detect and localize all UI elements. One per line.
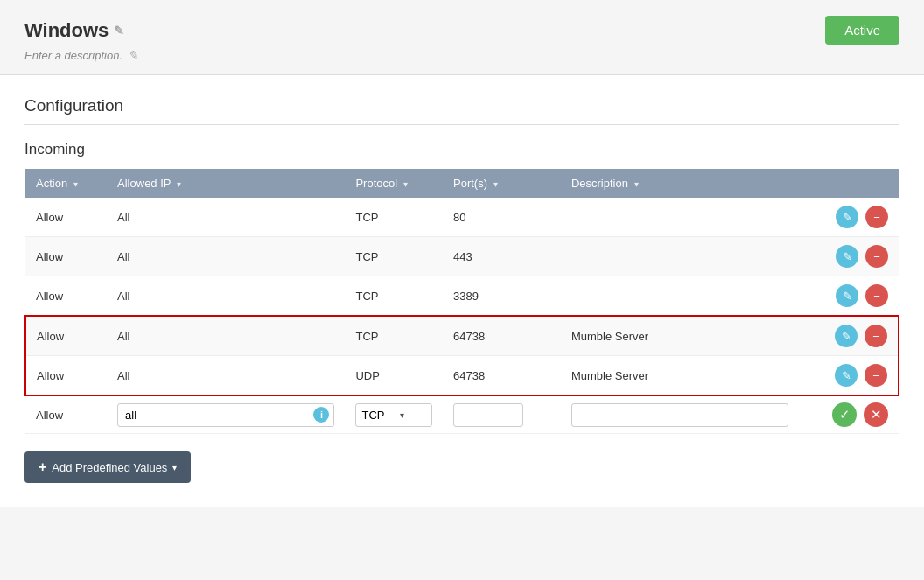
page-title: Windows ✎	[24, 19, 124, 42]
col-ports[interactable]: Port(s) ▾	[443, 169, 561, 198]
title-edit-icon[interactable]: ✎	[114, 24, 124, 38]
new-rule-row: Allow i TCPUDPICMP ▾ ✓ ✕	[25, 395, 899, 434]
cell-row-actions: ✎ −	[799, 356, 899, 396]
cell-description	[561, 198, 799, 237]
select-caret-icon: ▾	[396, 410, 409, 420]
col-actions-header	[799, 169, 899, 198]
cell-row-actions: ✎ −	[799, 316, 899, 356]
new-description-cell	[561, 395, 799, 434]
cell-allowed-ip: All	[107, 356, 345, 396]
remove-row-button[interactable]: −	[865, 284, 888, 307]
edit-row-button[interactable]: ✎	[835, 364, 858, 387]
new-row-actions: ✓ ✕	[799, 395, 899, 434]
cell-description: Mumble Server	[561, 356, 799, 396]
col-protocol[interactable]: Protocol ▾	[345, 169, 443, 198]
cell-row-actions: ✎ −	[799, 198, 899, 237]
title-text: Windows	[24, 19, 108, 42]
col-action[interactable]: Action ▾	[25, 169, 107, 198]
table-row: Allow All TCP 64738 Mumble Server ✎ −	[25, 316, 899, 356]
description-text: Enter a description.	[24, 49, 122, 62]
section-title: Configuration	[24, 96, 900, 125]
confirm-new-row-button[interactable]: ✓	[832, 402, 857, 427]
remove-row-button[interactable]: −	[865, 206, 888, 228]
table-body: Allow All TCP 80 ✎ − Allow All TCP 443 ✎…	[25, 198, 899, 434]
table-row: Allow All TCP 443 ✎ −	[25, 237, 899, 276]
cell-action: Allow	[25, 237, 107, 276]
edit-row-button[interactable]: ✎	[836, 206, 858, 228]
cell-description	[561, 276, 799, 317]
cell-row-actions: ✎ −	[799, 237, 899, 276]
cell-action: Allow	[25, 276, 107, 317]
cell-allowed-ip: All	[107, 198, 345, 237]
caret-icon: ▾	[172, 463, 177, 472]
cell-protocol: TCP	[345, 237, 443, 276]
remove-row-button[interactable]: −	[864, 364, 887, 387]
table-row: Allow All TCP 3389 ✎ −	[25, 276, 899, 317]
cell-ports: 3389	[443, 276, 561, 317]
new-protocol-cell: TCPUDPICMP ▾	[345, 395, 443, 434]
cell-protocol: TCP	[345, 316, 443, 356]
col-description[interactable]: Description ▾	[561, 169, 799, 198]
new-protocol-select[interactable]: TCPUDPICMP	[356, 404, 396, 426]
cell-protocol: UDP	[345, 356, 443, 396]
table-row: Allow All UDP 64738 Mumble Server ✎ −	[25, 356, 899, 396]
edit-row-button[interactable]: ✎	[835, 325, 858, 347]
new-ports-input[interactable]	[453, 403, 523, 427]
main-content: Configuration Incoming Action ▾ Allowed …	[0, 75, 924, 507]
new-allowed-ip-input[interactable]	[117, 403, 334, 427]
description-edit-icon[interactable]: ✎	[128, 48, 138, 62]
add-predefined-label: Add Predefined Values	[52, 461, 167, 474]
active-button[interactable]: Active	[825, 16, 900, 45]
cell-protocol: TCP	[345, 198, 443, 237]
table-header: Action ▾ Allowed IP ▾ Protocol ▾ Port(s)…	[25, 169, 899, 198]
cell-action: Allow	[25, 316, 107, 356]
edit-row-button[interactable]: ✎	[836, 245, 858, 268]
col-allowed-ip[interactable]: Allowed IP ▾	[107, 169, 345, 198]
new-description-input[interactable]	[571, 403, 788, 427]
cell-ports: 80	[443, 198, 561, 237]
table-row: Allow All TCP 80 ✎ −	[25, 198, 899, 237]
cell-action: Allow	[25, 356, 107, 396]
firewall-table: Action ▾ Allowed IP ▾ Protocol ▾ Port(s)…	[24, 169, 900, 434]
cell-ports: 64738	[443, 316, 561, 356]
cell-description: Mumble Server	[561, 316, 799, 356]
cell-description	[561, 237, 799, 276]
add-predefined-button[interactable]: + Add Predefined Values ▾	[24, 451, 191, 483]
subsection-title: Incoming	[24, 141, 900, 158]
cell-row-actions: ✎ −	[799, 276, 899, 317]
cell-allowed-ip: All	[107, 237, 345, 276]
new-action-cell: Allow	[25, 395, 107, 434]
plus-icon: +	[38, 459, 46, 475]
cell-allowed-ip: All	[107, 316, 345, 356]
cell-protocol: TCP	[345, 276, 443, 317]
edit-row-button[interactable]: ✎	[836, 284, 858, 307]
page-header: Windows ✎ Active Enter a description. ✎	[0, 0, 924, 75]
description-row: Enter a description. ✎	[24, 48, 900, 62]
new-allowed-ip-cell: i	[107, 395, 345, 434]
new-ports-cell	[443, 395, 561, 434]
cancel-new-row-button[interactable]: ✕	[864, 402, 888, 427]
cell-action: Allow	[25, 198, 107, 237]
remove-row-button[interactable]: −	[864, 325, 887, 347]
remove-row-button[interactable]: −	[865, 245, 888, 268]
cell-ports: 443	[443, 237, 561, 276]
cell-allowed-ip: All	[107, 276, 345, 317]
cell-ports: 64738	[443, 356, 561, 396]
